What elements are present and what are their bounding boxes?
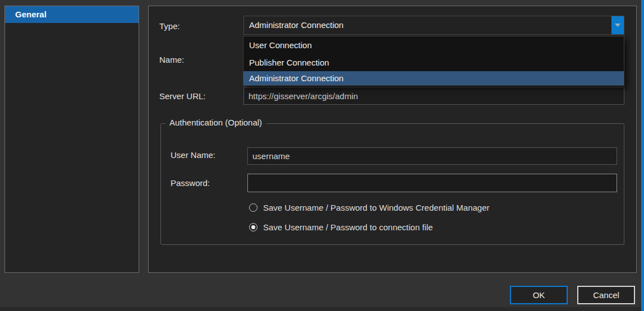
radio-selected-icon <box>249 223 257 231</box>
authentication-groupbox-title: Authentication (Optional) <box>165 118 266 127</box>
ok-button[interactable]: OK <box>510 286 568 304</box>
chevron-down-icon <box>615 24 620 27</box>
window-accent-edge <box>641 0 644 311</box>
server-url-input[interactable] <box>243 87 624 105</box>
sidebar-item-general[interactable]: General <box>5 6 139 23</box>
radio-unselected-icon <box>249 203 257 212</box>
dropdown-option-publisher-connection[interactable]: Publisher Connection <box>243 54 624 71</box>
radio-save-to-connection-file[interactable]: Save Username / Password to connection f… <box>249 222 433 232</box>
server-url-label: Server URL: <box>159 91 206 101</box>
type-dropdown-popup: User Connection Publisher Connection Adm… <box>243 36 624 86</box>
cancel-button[interactable]: Cancel <box>577 286 635 304</box>
name-label: Name: <box>159 55 184 64</box>
type-combobox-dropdown-button[interactable] <box>611 16 624 34</box>
type-combobox-value: Administrator Connection <box>244 16 611 34</box>
radio-save-to-credential-manager[interactable]: Save Username / Password to Windows Cred… <box>249 203 490 212</box>
window-bottom-band <box>0 307 641 311</box>
radio-save-to-credential-manager-label: Save Username / Password to Windows Cred… <box>263 203 490 212</box>
sidebar: General <box>4 6 139 273</box>
dropdown-option-administrator-connection[interactable]: Administrator Connection <box>243 71 624 85</box>
password-input[interactable] <box>247 174 617 192</box>
username-label: User Name: <box>171 150 215 160</box>
authentication-groupbox: Authentication (Optional) User Name: Pas… <box>160 123 624 245</box>
radio-save-to-connection-file-label: Save Username / Password to connection f… <box>263 222 433 232</box>
type-combobox[interactable]: Administrator Connection <box>243 16 624 35</box>
type-label: Type: <box>159 21 180 31</box>
username-input[interactable] <box>247 147 617 165</box>
password-label: Password: <box>171 178 210 188</box>
dropdown-option-user-connection[interactable]: User Connection <box>243 36 624 54</box>
radio-dot <box>251 225 255 229</box>
